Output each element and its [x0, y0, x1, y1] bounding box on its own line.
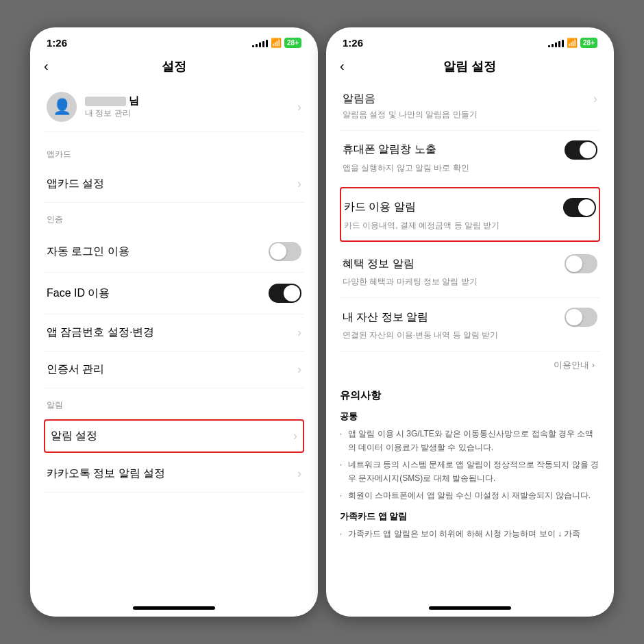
- notification-settings-text: 알림 설정: [51, 429, 97, 443]
- kakao-notification-chevron-icon: ›: [297, 467, 301, 481]
- notif-sound-desc: 알림음 설정 및 나만의 알림음 만들기: [343, 109, 597, 121]
- card-toggle-knob: [578, 199, 595, 216]
- benefit-toggle-knob: [566, 256, 582, 272]
- toggle-knob: [270, 243, 286, 260]
- cert-mgmt-chevron-icon: ›: [297, 362, 301, 377]
- bullet-item-2: · 네트워크 등의 시스템 문제로 앱 알림이 정상적으로 작동되지 않을 경우…: [340, 458, 600, 486]
- notif-phone-popup-header: 휴대폰 알림창 노출: [343, 140, 597, 160]
- notif-card-title: 카드 이용 알림: [344, 200, 416, 214]
- lock-password-chevron-icon: ›: [297, 325, 301, 340]
- avatar: 👤: [47, 92, 77, 122]
- notif-asset-title: 내 자산 정보 알림: [343, 310, 428, 325]
- left-time: 1:26: [47, 37, 67, 49]
- name-blur: [85, 97, 126, 106]
- left-phone: 1:26 📶 28+ ‹ 설정 👤: [30, 27, 318, 617]
- left-screen-content: 👤 님 내 정보 관리 › 앱카드 앱카드 설정 › 인: [30, 82, 318, 601]
- profile-row[interactable]: 👤 님 내 정보 관리 ›: [44, 82, 304, 132]
- faceid-text: Face ID 이용: [47, 286, 110, 301]
- appcard-chevron-icon: ›: [297, 177, 301, 191]
- profile-suffix: 님: [129, 95, 139, 106]
- menu-item-notification-settings[interactable]: 알림 설정 ›: [51, 429, 297, 443]
- bullet-item-4: · 가족카드 앱 알림은 보이 히위에 하해 시청 가능하며 보이 ↓ 가족: [340, 527, 600, 541]
- kakao-notification-text: 카카오톡 정보 알림 설정: [47, 467, 165, 481]
- notif-benefit-header: 혜택 정보 알림: [343, 254, 597, 273]
- profile-left: 👤 님 내 정보 관리: [47, 92, 139, 122]
- notif-sound-title: 알림음: [343, 92, 375, 106]
- benefit-toggle[interactable]: [565, 254, 597, 273]
- bullet-item-1: · 앱 알림 이용 시 3G/LTE와 같은 이동통신사망으로 접속할 경우 소…: [340, 427, 600, 455]
- notif-card-desc: 카드 이용내역, 결제 예정금액 등 알림 받기: [344, 220, 596, 232]
- notice-text-common: · 앱 알림 이용 시 3G/LTE와 같은 이동통신사망으로 접속할 경우 소…: [340, 427, 600, 502]
- notice-text-familycard: · 가족카드 앱 알림은 보이 히위에 하해 시청 가능하며 보이 ↓ 가족: [340, 527, 600, 541]
- notif-card-header: 카드 이용 알림: [344, 198, 596, 217]
- phone-popup-toggle-knob: [580, 142, 596, 158]
- signal-bars-icon: [252, 39, 268, 47]
- notif-item-benefit[interactable]: 혜택 정보 알림 다양한 혜택과 마케팅 정보 알림 받기: [340, 245, 600, 298]
- right-back-button[interactable]: ‹: [340, 58, 345, 74]
- notif-benefit-title: 혜택 정보 알림: [343, 257, 414, 271]
- auto-login-text: 자동 로그인 이용: [47, 245, 129, 259]
- menu-item-auto-login[interactable]: 자동 로그인 이용: [44, 231, 304, 273]
- phone-popup-toggle[interactable]: [565, 140, 597, 160]
- lock-password-text: 앱 잠금번호 설정·변경: [47, 325, 154, 340]
- menu-item-appcard-settings[interactable]: 앱카드 설정 ›: [44, 166, 304, 203]
- asset-toggle[interactable]: [565, 308, 597, 327]
- notif-asset-header: 내 자산 정보 알림: [343, 308, 597, 327]
- section-label-appcard: 앱카드: [44, 138, 304, 166]
- cert-mgmt-text: 인증서 관리: [47, 362, 104, 377]
- menu-item-appcard-text: 앱카드 설정: [47, 177, 104, 191]
- highlight-card-notification: 카드 이용 알림 카드 이용내역, 결제 예정금액 등 알림 받기: [340, 187, 600, 243]
- notif-asset-desc: 연결된 자산의 이용·변동 내역 등 알림 받기: [343, 330, 597, 341]
- home-indicator: [133, 606, 215, 610]
- left-nav-bar: ‹ 설정: [30, 54, 318, 82]
- menu-item-lock-password[interactable]: 앱 잠금번호 설정·변경 ›: [44, 314, 304, 351]
- left-status-right: 📶 28+: [252, 38, 301, 48]
- notif-item-sound[interactable]: 알림음 › 알림음 설정 및 나만의 알림음 만들기: [340, 82, 600, 131]
- right-screen-content: 알림음 › 알림음 설정 및 나만의 알림음 만들기 휴대폰 알림창 노출 앱을…: [326, 82, 614, 601]
- profile-info: 님 내 정보 관리: [85, 95, 139, 119]
- right-time: 1:26: [343, 37, 363, 49]
- menu-item-faceid[interactable]: Face ID 이용: [44, 273, 304, 314]
- notice-title: 유의사항: [340, 389, 600, 402]
- notif-item-phone-popup[interactable]: 휴대폰 알림창 노출 앱을 실행하지 않고 알림 바로 확인: [340, 131, 600, 184]
- usage-link-text[interactable]: 이용안내 ›: [551, 354, 597, 375]
- asset-toggle-knob: [566, 309, 582, 325]
- profile-sub: 내 정보 관리: [85, 108, 139, 119]
- faceid-toggle-knob: [284, 285, 300, 301]
- auto-login-toggle[interactable]: [269, 242, 301, 261]
- notif-item-asset[interactable]: 내 자산 정보 알림 연결된 자산의 이용·변동 내역 등 알림 받기: [340, 298, 600, 351]
- back-button[interactable]: ‹: [44, 58, 49, 74]
- left-page-title: 설정: [162, 58, 186, 75]
- usage-link[interactable]: 이용안내 ›: [340, 351, 600, 378]
- notice-sub-familycard: 가족카드 앱 알림: [340, 510, 600, 523]
- left-status-bar: 1:26 📶 28+: [30, 27, 318, 54]
- notif-sound-chevron-icon: ›: [593, 92, 597, 106]
- right-home-indicator: [429, 606, 511, 610]
- right-signal-bars-icon: [548, 39, 564, 47]
- card-toggle[interactable]: [563, 198, 596, 217]
- notice-section: 유의사항 공통 · 앱 알림 이용 시 3G/LTE와 같은 이동통신사망으로 …: [340, 389, 600, 541]
- profile-chevron-icon: ›: [297, 100, 301, 114]
- right-status-bar: 1:26 📶 28+: [326, 27, 614, 54]
- notif-benefit-desc: 다양한 혜택과 마케팅 정보 알림 받기: [343, 276, 597, 288]
- right-wifi-icon: 📶: [567, 38, 578, 48]
- highlight-notification-settings[interactable]: 알림 설정 ›: [44, 419, 304, 453]
- menu-item-kakao-notification[interactable]: 카카오톡 정보 알림 설정 ›: [44, 456, 304, 493]
- notif-phone-popup-title: 휴대폰 알림창 노출: [343, 143, 436, 157]
- right-nav-bar: ‹ 알림 설정: [326, 54, 614, 82]
- notification-settings-chevron-icon: ›: [293, 429, 297, 443]
- notif-phone-popup-desc: 앱을 실행하지 않고 알림 바로 확인: [343, 162, 597, 174]
- section-label-notifications: 알림: [44, 388, 304, 417]
- wifi-icon: 📶: [271, 38, 282, 48]
- right-page-title: 알림 설정: [443, 58, 496, 75]
- menu-item-cert-mgmt[interactable]: 인증서 관리 ›: [44, 351, 304, 388]
- notif-sound-header: 알림음 ›: [343, 92, 597, 106]
- profile-name: 님: [85, 95, 139, 108]
- notice-sub-common: 공통: [340, 410, 600, 423]
- right-status-right: 📶 28+: [548, 38, 597, 48]
- notif-item-card[interactable]: 카드 이용 알림 카드 이용내역, 결제 예정금액 등 알림 받기: [341, 188, 599, 241]
- section-label-auth: 인증: [44, 203, 304, 231]
- faceid-toggle[interactable]: [269, 284, 301, 303]
- battery-badge: 28+: [284, 38, 301, 48]
- right-phone: 1:26 📶 28+ ‹ 알림 설정 알림음: [326, 27, 614, 617]
